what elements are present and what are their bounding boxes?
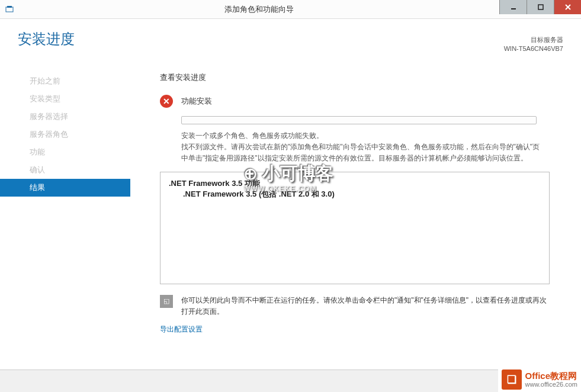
sidebar-item-3: 服务器角色 — [0, 126, 130, 143]
target-server-name: WIN-T5A6CN46VB7 — [504, 44, 563, 53]
error-detail: 找不到源文件。请再次尝试在新的"添加角色和功能"向导会话中安装角色、角色服务或功… — [181, 142, 543, 164]
progress-bar — [181, 116, 537, 124]
svg-rect-1 — [7, 6, 12, 8]
sidebar-item-4: 功能 — [0, 143, 130, 161]
status-label: 功能安装 — [181, 96, 212, 107]
svg-rect-3 — [538, 5, 543, 9]
sidebar-item-2: 服务器选择 — [0, 108, 130, 126]
wizard-sidebar: 开始之前安装类型服务器选择服务器角色功能确认结果 — [0, 72, 130, 392]
office-logo-icon: ❏ — [502, 369, 522, 390]
svg-rect-0 — [6, 7, 13, 12]
badge-url: www.office26.com — [525, 381, 577, 388]
sidebar-item-0: 开始之前 — [0, 72, 130, 90]
error-summary: 安装一个或多个角色、角色服务或功能失败。 — [181, 130, 543, 142]
target-server-label: 目标服务器 — [504, 36, 563, 44]
footer-bar — [0, 369, 581, 392]
badge-title: Office教程网 — [525, 371, 577, 381]
sidebar-item-5: 确认 — [0, 161, 130, 179]
flag-icon: ◱ — [160, 295, 173, 308]
feature-subitem: .NET Framework 3.5 (包括 .NET 2.0 和 3.0) — [183, 189, 541, 200]
site-badge: ❏ Office教程网 www.office26.com — [498, 367, 581, 392]
export-config-link[interactable]: 导出配置设置 — [160, 324, 203, 335]
close-note: 你可以关闭此向导而不中断正在运行的任务。请依次单击命令栏中的"通知"和"任务详细… — [181, 295, 551, 317]
section-title: 查看安装进度 — [160, 72, 563, 83]
app-icon — [0, 5, 19, 14]
close-button[interactable] — [554, 0, 581, 14]
error-icon: ✕ — [160, 95, 173, 108]
page-title: 安装进度 — [18, 30, 563, 49]
minimize-button[interactable] — [499, 0, 527, 14]
sidebar-item-6[interactable]: 结果 — [0, 179, 130, 197]
maximize-button[interactable] — [527, 0, 554, 14]
sidebar-item-1: 安装类型 — [0, 90, 130, 108]
feature-list: ⊕ 小可博客 WWW.QKEKE.COM .NET Framework 3.5 … — [160, 172, 550, 284]
window-title: 添加角色和功能向导 — [19, 4, 499, 15]
feature-item: .NET Framework 3.5 功能 — [169, 178, 541, 189]
